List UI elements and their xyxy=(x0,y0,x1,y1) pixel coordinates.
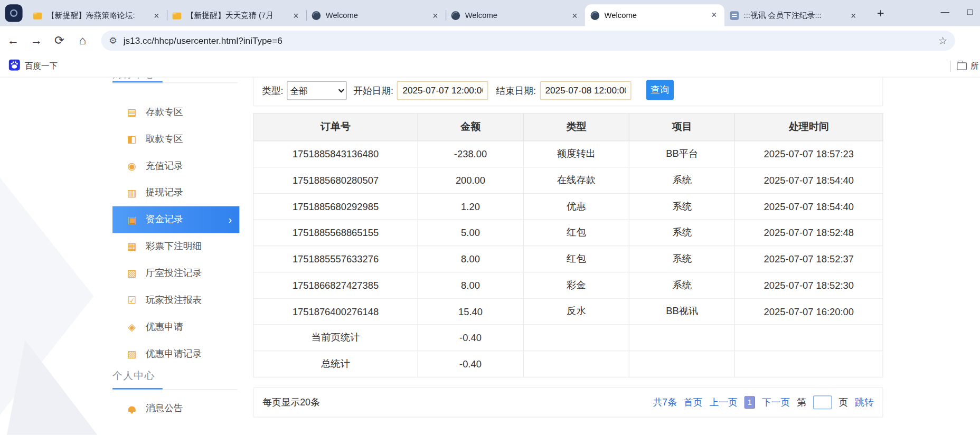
cell-project: 系统 xyxy=(629,193,735,220)
tab-close-icon[interactable]: × xyxy=(569,11,580,21)
tab-title: 【新提醒】海燕策略论坛: xyxy=(47,11,147,21)
column-header-type: 类型 xyxy=(523,114,629,141)
sidebar-item-promo-apply[interactable]: ◈ 优惠申请 xyxy=(112,314,247,341)
type-select[interactable]: 全部 xyxy=(287,81,347,100)
site-settings-icon[interactable]: ⚙ xyxy=(109,35,117,46)
bookmarks-bar: 百度一下 所 xyxy=(0,55,980,78)
tab-favicon-site xyxy=(450,11,460,21)
sidebar-item-deposit[interactable]: ▤ 存款专区 xyxy=(112,99,247,126)
cell-time: 2025-07-07 18:52:37 xyxy=(735,246,883,272)
browser-tab-6[interactable]: :::视讯 会员下注纪录::: × xyxy=(724,5,864,26)
bookmarks-folder-label[interactable]: 所 xyxy=(970,60,978,71)
bookmark-label: 百度一下 xyxy=(25,60,58,71)
baidu-favicon xyxy=(9,59,20,73)
cell-type: 额度转出 xyxy=(523,141,629,167)
cell-project: 系统 xyxy=(629,272,735,298)
bookmarks-folder-icon[interactable] xyxy=(957,62,967,70)
browser-window: 财务中心 ▤ 存款专区 ◧ 取款专区 ◉ 充值记录 ▥ 提现记录 xyxy=(0,0,980,435)
table-row: 1751885680280507 200.00 在线存款 系统 2025-07-… xyxy=(253,167,883,194)
sidebar-item-withdraw[interactable]: ◧ 取款专区 xyxy=(112,126,247,153)
start-date-input[interactable] xyxy=(397,81,488,100)
forward-button[interactable]: → xyxy=(26,31,46,51)
browser-tab-1[interactable]: 【新提醒】海燕策略论坛: × xyxy=(27,5,167,26)
url-text[interactable]: js13.cc/hhcp/usercenter.html?iniType=6 xyxy=(124,35,933,45)
tab-favicon-site xyxy=(311,11,321,21)
tab-strip: 【新提醒】海燕策略论坛: × 【新提醒】天天竞猜 (7月 × Welcome ×… xyxy=(0,0,980,26)
tab-title: Welcome xyxy=(326,11,426,20)
tab-close-icon[interactable]: × xyxy=(290,11,301,21)
deposit-card-icon: ▤ xyxy=(126,106,137,118)
table-row: 1751885843136480 -238.00 额度转出 BB平台 2025-… xyxy=(253,141,883,167)
sidebar-item-label: 玩家投注报表 xyxy=(146,295,202,306)
current-page-badge[interactable]: 1 xyxy=(745,396,755,409)
pagination-controls: 共7条 首页 上一页 1 下一页 第 页 跳转 xyxy=(653,395,874,409)
cell-summary-label: 总统计 xyxy=(253,351,418,377)
cell-time: 2025-07-07 18:54:40 xyxy=(735,167,883,194)
tab-close-icon[interactable]: × xyxy=(151,11,162,21)
sidebar-menu-personal: 消息公告 xyxy=(112,395,247,422)
tab-favicon-site xyxy=(590,11,600,21)
cell-project: 系统 xyxy=(629,246,735,272)
sidebar-item-withdraw-record[interactable]: ▥ 提现记录 xyxy=(112,179,247,206)
sidebar-item-lottery-detail[interactable]: ▦ 彩票下注明细 xyxy=(112,233,247,260)
sidebar-item-hall-bet-record[interactable]: ▧ 厅室投注记录 xyxy=(112,260,247,287)
sidebar-item-cutoff[interactable]: ▤ xyxy=(112,429,137,435)
cell-order: 1751885843136480 xyxy=(253,141,418,167)
cell-amount: 200.00 xyxy=(418,167,523,194)
first-page-link[interactable]: 首页 xyxy=(684,396,703,408)
browser-tab-5-active[interactable]: Welcome × xyxy=(585,4,724,26)
minimize-button[interactable]: — xyxy=(939,7,951,17)
sidebar-item-label: 存款专区 xyxy=(146,106,183,118)
browser-menu-button[interactable] xyxy=(5,4,22,22)
bookmark-star-icon[interactable]: ☆ xyxy=(938,34,947,48)
browser-toolbar: ← → ⟳ ⌂ ⚙ js13.cc/hhcp/usercenter.html?i… xyxy=(0,26,980,55)
tab-close-icon[interactable]: × xyxy=(430,11,440,21)
browser-tab-3[interactable]: Welcome × xyxy=(306,5,446,26)
cell-project: BB视讯 xyxy=(629,298,735,325)
page-jump-input[interactable] xyxy=(813,395,832,409)
browser-tab-4[interactable]: Welcome × xyxy=(446,5,585,26)
table-header-row: 订单号 金额 类型 项目 处理时间 xyxy=(253,114,883,141)
cell-amount: -238.00 xyxy=(418,141,523,167)
sidebar-item-recharge-record[interactable]: ◉ 充值记录 xyxy=(112,153,247,179)
report-check-icon: ☑ xyxy=(126,295,137,306)
type-label: 类型: xyxy=(262,81,283,100)
sidebar-item-label: 厅室投注记录 xyxy=(146,268,202,279)
address-bar[interactable]: ⚙ js13.cc/hhcp/usercenter.html?iniType=6… xyxy=(101,31,955,51)
page-jump-button[interactable]: 跳转 xyxy=(855,396,874,408)
sidebar-item-messages[interactable]: 消息公告 xyxy=(112,395,247,422)
tab-title: Welcome xyxy=(465,11,565,20)
gift-icon: ◈ xyxy=(126,321,137,333)
home-button[interactable]: ⌂ xyxy=(72,31,92,51)
start-date-label: 开始日期: xyxy=(353,81,393,100)
wallet-icon: ▥ xyxy=(126,187,137,198)
browser-tab-2[interactable]: 【新提醒】天天竞猜 (7月 × xyxy=(167,5,306,26)
list-check-icon: ▨ xyxy=(126,348,137,360)
sidebar-item-player-report[interactable]: ☑ 玩家投注报表 xyxy=(112,287,247,314)
cell-type: 优惠 xyxy=(523,193,629,220)
sidebar-item-fund-record[interactable]: ▣ 资金记录 › xyxy=(112,206,239,233)
sidebar-item-promo-apply-record[interactable]: ▨ 优惠申请记录 xyxy=(112,341,247,367)
cell-amount: 8.00 xyxy=(418,246,523,272)
bookmark-baidu[interactable]: 百度一下 xyxy=(9,59,58,73)
orders-table: 订单号 金额 类型 项目 处理时间 1751885843136480 -238.… xyxy=(253,113,883,377)
cell-empty xyxy=(523,325,629,351)
tab-close-icon[interactable]: × xyxy=(709,10,719,21)
cell-order: 1751885557633276 xyxy=(253,246,418,272)
end-date-label: 结束日期: xyxy=(496,81,536,100)
maximize-button[interactable]: □ xyxy=(964,7,976,17)
tab-close-icon[interactable]: × xyxy=(848,11,859,21)
prev-page-link[interactable]: 上一页 xyxy=(709,396,737,408)
next-page-link[interactable]: 下一页 xyxy=(762,396,790,408)
end-date-input[interactable] xyxy=(540,81,631,100)
reload-button[interactable]: ⟳ xyxy=(50,31,70,51)
search-button[interactable]: 查询 xyxy=(646,80,673,100)
sidebar: 财务中心 ▤ 存款专区 ◧ 取款专区 ◉ 充值记录 ▥ 提现记录 xyxy=(112,78,247,435)
new-tab-button[interactable]: + xyxy=(872,6,889,22)
cell-amount: 15.40 xyxy=(418,298,523,325)
cell-summary-label: 当前页统计 xyxy=(253,325,418,351)
tab-title: 【新提醒】天天竞猜 (7月 xyxy=(186,11,286,21)
back-button[interactable]: ← xyxy=(3,31,23,51)
cell-time: 2025-07-07 18:54:40 xyxy=(735,193,883,220)
cell-empty xyxy=(735,325,883,351)
